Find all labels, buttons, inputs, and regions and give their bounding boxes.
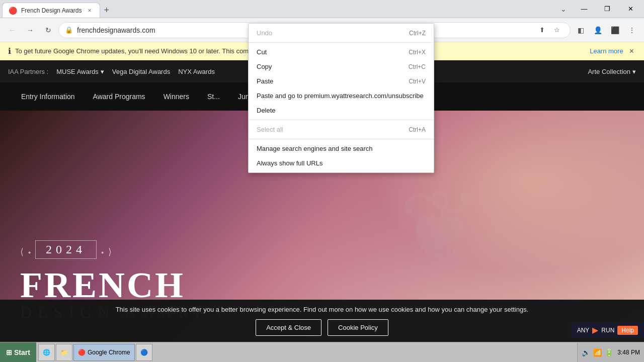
window-controls: — ❐ ✕ — [571, 0, 644, 18]
arte-dropdown-icon: ▾ — [632, 68, 636, 75]
learn-more-link[interactable]: Learn more — [590, 47, 623, 55]
ctx-undo-label: Undo — [257, 29, 397, 37]
cookie-policy-button[interactable]: Cookie Policy — [328, 319, 388, 336]
sidebar-button[interactable]: ◧ — [573, 22, 589, 38]
new-tab-button[interactable]: + — [100, 3, 114, 18]
ctx-copy-shortcut: Ctrl+C — [409, 63, 426, 70]
bookmark-button[interactable]: ☆ — [550, 23, 564, 37]
ctx-cut[interactable]: Cut Ctrl+X — [249, 45, 434, 59]
ctx-search-engines[interactable]: Manage search engines and site search — [249, 141, 434, 156]
anyrun-text: ANY — [577, 327, 590, 334]
chrome-label: Google Chrome — [88, 349, 130, 356]
ctx-search-engines-label: Manage search engines and site search — [257, 145, 426, 152]
taskbar-chrome[interactable]: 🔴 Google Chrome — [73, 344, 135, 361]
ctx-select-all-label: Select all — [257, 126, 396, 133]
hero-title: FRENCH — [20, 267, 227, 303]
ctx-select-all[interactable]: Select all Ctrl+A — [249, 122, 434, 137]
start-icon: ⊞ — [6, 348, 12, 356]
nav-entry-information[interactable]: Entry Information — [12, 82, 84, 111]
muse-awards-link[interactable]: MUSE Awards ▾ — [56, 68, 104, 75]
refresh-button[interactable]: ↻ — [40, 22, 56, 38]
anyrun-help-button[interactable]: Help — [617, 326, 638, 335]
ie-icon: 🌐 — [43, 349, 50, 356]
explorer-icon: 📁 — [60, 349, 68, 356]
arte-collection-link[interactable]: Arte Collection ▾ — [588, 68, 636, 75]
nyx-awards-link[interactable]: NYX Awards — [178, 68, 215, 75]
network-icon[interactable]: 📶 — [593, 348, 602, 356]
info-icon: ℹ — [8, 46, 11, 56]
close-window-button[interactable]: ✕ — [619, 0, 642, 18]
nav-winners[interactable]: Winners — [154, 82, 198, 111]
volume-icon[interactable]: 🔊 — [582, 348, 590, 356]
ctx-separator-1 — [249, 42, 434, 43]
tab-list-button[interactable]: ⌄ — [556, 5, 571, 13]
ctx-full-urls[interactable]: Always show full URLs — [249, 156, 434, 170]
ctx-separator-3 — [249, 139, 434, 139]
ctx-delete-label: Delete — [257, 107, 426, 114]
nav-award-programs[interactable]: Award Programs — [84, 82, 154, 111]
forward-button[interactable]: → — [22, 22, 38, 38]
chrome-menu-button[interactable]: ⋮ — [624, 22, 640, 38]
profile-button[interactable]: 👤 — [590, 22, 606, 38]
taskbar-items: 🌐 📁 🔴 Google Chrome 🔵 — [36, 342, 577, 362]
hero-year: 2024 — [35, 240, 97, 259]
accept-close-button[interactable]: Accept & Close — [256, 319, 321, 336]
start-label: Start — [14, 348, 30, 356]
taskbar-ie[interactable]: 🌐 — [38, 344, 55, 361]
muse-awards-text: MUSE Awards — [56, 68, 99, 75]
anyrun-run-text: RUN — [601, 327, 614, 334]
cookie-buttons: Accept & Close Cookie Policy — [256, 319, 388, 336]
ctx-full-urls-label: Always show full URLs — [257, 159, 426, 167]
context-menu: Undo Ctrl+Z Cut Ctrl+X Copy Ctrl+C Paste… — [248, 23, 434, 173]
ctx-select-all-shortcut: Ctrl+A — [409, 126, 426, 133]
share-button[interactable]: ⬆ — [535, 23, 549, 37]
arte-text: Arte Collection — [588, 68, 630, 75]
ctx-paste-label: Paste — [257, 77, 396, 85]
ctx-copy[interactable]: Copy Ctrl+C — [249, 59, 434, 74]
ctx-copy-label: Copy — [257, 63, 396, 70]
info-bar-close-button[interactable]: × — [627, 45, 636, 58]
cookie-banner: This site uses cookies to offer you a be… — [0, 300, 644, 342]
ctx-separator-2 — [249, 120, 434, 120]
ctx-paste-go[interactable]: Paste and go to premium.wyattresearch.co… — [249, 88, 434, 103]
lock-icon: 🔒 — [65, 26, 73, 34]
tab-close-button[interactable]: × — [86, 6, 94, 15]
anyrun-badge[interactable]: ANY ▶ RUN Help — [571, 322, 644, 338]
taskbar-clock: 3:48 PM — [617, 349, 640, 356]
ctx-cut-label: Cut — [257, 48, 396, 56]
muse-dropdown-icon: ▾ — [101, 68, 104, 75]
tab-bar: 🔴 French Design Awards × + — [0, 0, 556, 18]
ctx-paste-go-label: Paste and go to premium.wyattresearch.co… — [257, 92, 426, 100]
minimize-button[interactable]: — — [573, 0, 596, 18]
iaa-partners-label: IAA Partners : — [8, 68, 48, 75]
toolbar-actions: ◧ 👤 ⬛ ⋮ — [573, 22, 640, 38]
browser-tab[interactable]: 🔴 French Design Awards × — [2, 3, 100, 18]
taskbar-explorer[interactable]: 📁 — [56, 344, 72, 361]
ctx-cut-shortcut: Ctrl+X — [409, 49, 426, 56]
battery-icon[interactable]: 🔋 — [605, 348, 613, 356]
vega-awards-link[interactable]: Vega Digital Awards — [112, 68, 170, 75]
tab-favicon: 🔴 — [9, 7, 17, 15]
taskbar-tray: 🔊 📶 🔋 3:48 PM — [577, 342, 644, 362]
anyrun-play-icon: ▶ — [592, 325, 598, 335]
taskbar-edge[interactable]: 🔵 — [136, 344, 152, 361]
ctx-undo-shortcut: Ctrl+Z — [409, 30, 426, 37]
chrome-icon: 🔴 — [78, 349, 86, 356]
nav-status[interactable]: St... — [198, 82, 229, 111]
tray-icons: 🔊 📶 🔋 — [582, 348, 613, 356]
tab-title: French Design Awards — [21, 7, 82, 14]
ctx-paste[interactable]: Paste Ctrl+V — [249, 74, 434, 88]
title-bar: 🔴 French Design Awards × + ⌄ — ❐ ✕ — [0, 0, 644, 18]
omnibox-actions: ⬆ ☆ — [535, 23, 564, 37]
start-button[interactable]: ⊞ Start — [0, 342, 36, 362]
ctx-undo[interactable]: Undo Ctrl+Z — [249, 26, 434, 40]
cookie-text: This site uses cookies to offer you a be… — [116, 306, 529, 313]
back-button[interactable]: ← — [4, 22, 20, 38]
edge-icon: 🔵 — [140, 349, 148, 356]
ctx-delete[interactable]: Delete — [249, 103, 434, 118]
maximize-button[interactable]: ❐ — [596, 0, 619, 18]
ctx-paste-shortcut: Ctrl+V — [409, 78, 426, 85]
taskbar: ⊞ Start 🌐 📁 🔴 Google Chrome 🔵 🔊 📶 🔋 3:48… — [0, 342, 644, 362]
extensions-button[interactable]: ⬛ — [607, 22, 623, 38]
